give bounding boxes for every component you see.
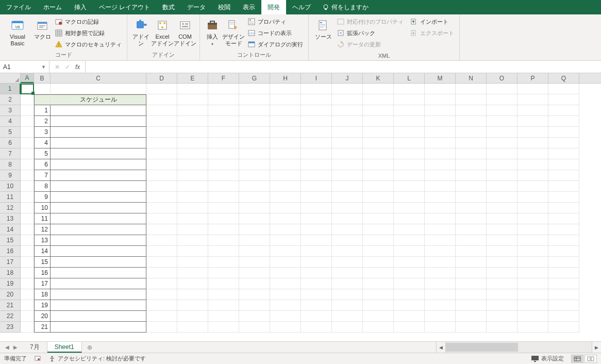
cell[interactable] — [146, 289, 177, 300]
cell[interactable] — [394, 322, 425, 333]
cell[interactable]: 9 — [34, 192, 51, 203]
cell[interactable] — [208, 300, 239, 311]
cell[interactable] — [332, 213, 363, 224]
cell[interactable] — [425, 311, 456, 322]
cell[interactable] — [239, 246, 270, 257]
cell[interactable] — [51, 148, 146, 159]
cell[interactable] — [270, 105, 301, 116]
cell[interactable] — [487, 322, 517, 333]
addin-button[interactable]: アドイン — [130, 16, 151, 51]
cell[interactable] — [456, 311, 487, 322]
cell[interactable] — [239, 268, 270, 278]
cell[interactable] — [177, 148, 208, 159]
cell[interactable]: スケジュール — [51, 94, 146, 105]
cell[interactable] — [487, 278, 517, 289]
cell[interactable] — [21, 246, 34, 257]
add-sheet-button[interactable]: ⊕ — [82, 342, 97, 353]
cell[interactable] — [51, 127, 146, 138]
cell[interactable] — [363, 127, 394, 138]
cell[interactable] — [394, 268, 425, 278]
cell[interactable] — [517, 181, 548, 192]
cell[interactable] — [208, 311, 239, 322]
col-header-N[interactable]: N — [456, 73, 487, 83]
scroll-left-button[interactable]: ◀ — [437, 342, 446, 353]
cell[interactable] — [177, 203, 208, 213]
cell[interactable] — [487, 235, 517, 246]
row-header-16[interactable]: 16 — [0, 246, 21, 257]
cell[interactable] — [363, 105, 394, 116]
cell[interactable] — [332, 94, 363, 105]
view-normal-button[interactable] — [571, 355, 583, 363]
macro-security-button[interactable]: ! マクロのセキュリティ — [53, 39, 124, 49]
cell[interactable] — [301, 138, 332, 148]
row-header-19[interactable]: 19 — [0, 278, 21, 289]
cell[interactable] — [332, 148, 363, 159]
view-code-button[interactable]: </>コードの表示 — [245, 28, 305, 38]
col-header-D[interactable]: D — [146, 73, 177, 83]
cell[interactable] — [394, 94, 425, 105]
macros-button[interactable]: マクロ — [32, 16, 53, 51]
cell[interactable] — [425, 300, 456, 311]
cell[interactable] — [425, 192, 456, 203]
cell[interactable] — [270, 94, 301, 105]
nav-next-icon[interactable]: ▶ — [13, 344, 18, 350]
cell[interactable] — [363, 213, 394, 224]
cell[interactable] — [456, 289, 487, 300]
cell[interactable] — [21, 224, 34, 235]
cell[interactable] — [34, 94, 51, 105]
cell[interactable] — [332, 84, 363, 94]
row-header-20[interactable]: 20 — [0, 289, 21, 300]
cell[interactable] — [425, 203, 456, 213]
cell[interactable] — [363, 257, 394, 268]
select-all-button[interactable] — [0, 73, 21, 83]
cell[interactable] — [363, 181, 394, 192]
name-box[interactable]: A1▼ — [0, 61, 49, 73]
cell[interactable]: 14 — [34, 246, 51, 257]
cell[interactable] — [548, 278, 579, 289]
col-header-G[interactable]: G — [239, 73, 270, 83]
excel-addin-button[interactable]: Excel アドイン — [151, 16, 174, 51]
cell[interactable] — [239, 116, 270, 127]
cell[interactable] — [487, 268, 517, 278]
cell[interactable] — [517, 224, 548, 235]
cell[interactable] — [394, 203, 425, 213]
cell[interactable] — [548, 322, 579, 333]
cell[interactable] — [177, 235, 208, 246]
cell[interactable] — [425, 94, 456, 105]
cell[interactable] — [548, 224, 579, 235]
cell[interactable] — [208, 84, 239, 94]
cell[interactable] — [301, 148, 332, 159]
cell[interactable] — [517, 192, 548, 203]
scroll-track[interactable] — [446, 342, 592, 353]
cell[interactable] — [146, 224, 177, 235]
cell[interactable] — [487, 148, 517, 159]
col-header-J[interactable]: J — [332, 73, 363, 83]
cell[interactable] — [208, 257, 239, 268]
cell[interactable] — [51, 138, 146, 148]
cell[interactable] — [51, 300, 146, 311]
cell[interactable] — [208, 289, 239, 300]
cell[interactable] — [332, 278, 363, 289]
cell[interactable] — [456, 257, 487, 268]
cell[interactable] — [363, 235, 394, 246]
cell[interactable] — [517, 105, 548, 116]
cell[interactable] — [208, 224, 239, 235]
cell[interactable] — [456, 116, 487, 127]
cell[interactable] — [487, 138, 517, 148]
cell[interactable] — [487, 311, 517, 322]
cell[interactable] — [239, 203, 270, 213]
cell[interactable] — [548, 170, 579, 181]
cell[interactable] — [456, 224, 487, 235]
cell[interactable] — [517, 289, 548, 300]
cell[interactable] — [548, 203, 579, 213]
cell[interactable] — [548, 84, 579, 94]
cell[interactable] — [456, 246, 487, 257]
col-header-L[interactable]: L — [394, 73, 425, 83]
cell[interactable] — [517, 300, 548, 311]
cell[interactable] — [548, 257, 579, 268]
tab-ヘルプ[interactable]: ヘルプ — [286, 0, 317, 14]
cell[interactable] — [177, 300, 208, 311]
cell[interactable] — [51, 159, 146, 170]
cell[interactable] — [177, 181, 208, 192]
cell[interactable] — [517, 203, 548, 213]
